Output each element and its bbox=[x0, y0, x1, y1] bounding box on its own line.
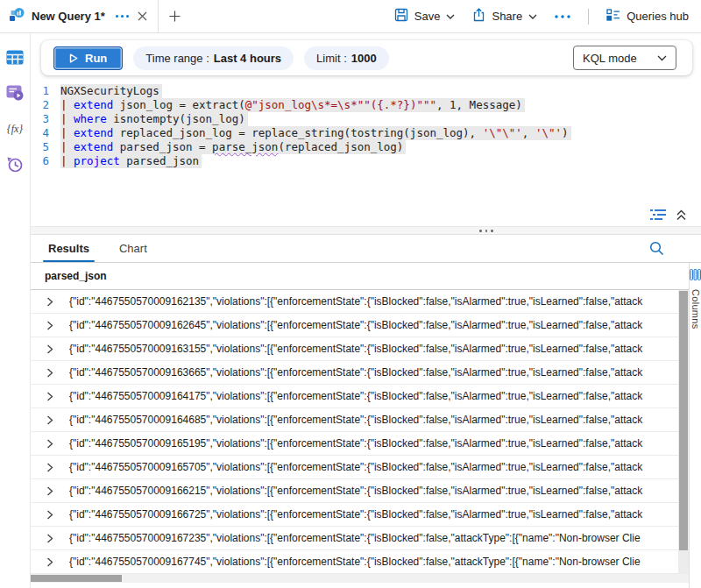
table-row[interactable]: {"id":"4467550570009162135","violations"… bbox=[31, 290, 689, 314]
code-token: parse_json bbox=[212, 140, 278, 153]
code-token: (replaced_json_log) bbox=[278, 140, 403, 153]
table-row[interactable]: {"id":"4467550570009164685","violations"… bbox=[31, 408, 689, 432]
code-line[interactable]: 2 | extend json_log = extract(@"json_log… bbox=[31, 98, 701, 112]
expand-row-icon[interactable] bbox=[31, 486, 69, 496]
code-token: parsed_json = bbox=[113, 140, 212, 153]
tab-close-icon[interactable] bbox=[138, 11, 147, 21]
line-number: 6 bbox=[31, 154, 60, 168]
expand-row-icon[interactable] bbox=[31, 463, 69, 472]
time-range-picker[interactable]: Time range : Last 4 hours bbox=[133, 46, 294, 70]
columns-panel-label: Columns bbox=[690, 289, 701, 329]
code-token: | bbox=[60, 154, 74, 167]
code-token: parsed_json bbox=[120, 154, 199, 167]
query-editor[interactable]: 1 NGXSecurityLogs 2 | extend json_log = … bbox=[31, 84, 701, 168]
topbar-divider bbox=[588, 9, 589, 25]
table-row[interactable]: {"id":"4467550570009165705","violations"… bbox=[31, 456, 689, 479]
table-row[interactable]: {"id":"4467550570009163665","violations"… bbox=[31, 361, 689, 385]
row-json-text: {"id":"4467550570009167745","violations"… bbox=[69, 556, 689, 568]
pane-splitter[interactable] bbox=[31, 226, 701, 235]
fx-label: {fx} bbox=[7, 123, 23, 136]
save-button[interactable]: Save bbox=[394, 8, 456, 25]
new-tab-button[interactable] bbox=[159, 0, 192, 32]
expand-row-icon[interactable] bbox=[31, 557, 69, 567]
tab-chart[interactable]: Chart bbox=[116, 235, 151, 262]
code-token: json_log = extract( bbox=[113, 98, 245, 111]
tab-title: New Query 1* bbox=[32, 10, 105, 23]
results-tabs: Results Chart bbox=[31, 235, 701, 263]
horizontal-scrollbar[interactable] bbox=[31, 574, 689, 583]
code-token: @"json_log\s*=\s*""({.*?})""" bbox=[245, 98, 436, 111]
columns-icon bbox=[690, 268, 701, 284]
expand-row-icon[interactable] bbox=[31, 510, 69, 520]
format-query-icon[interactable] bbox=[649, 209, 667, 221]
table-row[interactable]: {"id":"4467550570009167235","violations"… bbox=[31, 527, 689, 550]
search-icon[interactable] bbox=[649, 241, 664, 256]
row-json-text: {"id":"4467550570009162645","violations"… bbox=[69, 319, 689, 331]
query-mode-select[interactable]: KQL mode bbox=[573, 46, 676, 70]
expand-row-icon[interactable] bbox=[31, 368, 69, 378]
saved-queries-icon[interactable] bbox=[5, 83, 25, 103]
code-line[interactable]: 5 | extend parsed_json = parse_json(repl… bbox=[31, 140, 701, 154]
code-token: '\"\"' bbox=[483, 126, 522, 139]
code-text: NGXSecurityLogs bbox=[60, 84, 162, 98]
row-json-text: {"id":"4467550570009166215","violations"… bbox=[69, 485, 689, 497]
line-number: 2 bbox=[31, 98, 60, 112]
table-row[interactable]: {"id":"4467550570009163155","violations"… bbox=[31, 337, 689, 361]
code-line[interactable]: 6 | project parsed_json bbox=[31, 154, 701, 168]
table-row[interactable]: {"id":"4467550570009166215","violations"… bbox=[31, 479, 689, 503]
share-button[interactable]: Share bbox=[472, 8, 537, 25]
code-token: ) bbox=[562, 126, 569, 139]
share-icon bbox=[472, 8, 485, 25]
code-token: where bbox=[74, 112, 107, 125]
table-row[interactable]: {"id":"4467550570009165195","violations"… bbox=[31, 432, 689, 456]
run-button[interactable]: Run bbox=[53, 46, 123, 70]
vertical-scrollbar-thumb[interactable] bbox=[679, 291, 688, 550]
table-row[interactable]: {"id":"4467550570009166725","violations"… bbox=[31, 503, 689, 527]
limit-picker[interactable]: Limit : 1000 bbox=[304, 46, 389, 70]
limit-label: Limit : bbox=[316, 52, 347, 65]
queries-hub-icon bbox=[606, 8, 620, 25]
code-token: project bbox=[74, 154, 120, 167]
column-header-parsed-json[interactable]: parsed_json bbox=[31, 263, 689, 290]
code-line[interactable]: 4 | extend replaced_json_log = replace_s… bbox=[31, 126, 701, 140]
expand-row-icon[interactable] bbox=[31, 392, 69, 401]
code-token: | bbox=[60, 112, 74, 125]
expand-row-icon[interactable] bbox=[31, 344, 69, 354]
expand-row-icon[interactable] bbox=[31, 439, 69, 449]
table-row[interactable]: {"id":"4467550570009164175","violations"… bbox=[31, 385, 689, 408]
table-row[interactable]: {"id":"4467550570009162645","violations"… bbox=[31, 314, 689, 337]
horizontal-scrollbar-thumb[interactable] bbox=[31, 575, 122, 582]
collapse-panel-icon[interactable] bbox=[676, 209, 687, 221]
history-icon[interactable] bbox=[5, 155, 25, 174]
queries-hub-button[interactable]: Queries hub bbox=[606, 8, 689, 25]
expand-row-icon[interactable] bbox=[31, 321, 69, 330]
code-line[interactable]: 1 NGXSecurityLogs bbox=[31, 84, 701, 98]
query-tab[interactable]: New Query 1* bbox=[0, 0, 159, 32]
line-number: 3 bbox=[31, 112, 60, 126]
tab-more-icon[interactable] bbox=[116, 15, 129, 18]
expand-row-icon[interactable] bbox=[31, 534, 69, 543]
left-rail: {fx} bbox=[0, 33, 31, 588]
more-actions-button[interactable] bbox=[555, 15, 570, 18]
chevron-down-icon bbox=[528, 14, 537, 19]
row-json-text: {"id":"4467550570009163665","violations"… bbox=[69, 366, 689, 379]
chevron-down-icon bbox=[446, 14, 455, 19]
functions-icon[interactable]: {fx} bbox=[5, 119, 25, 138]
code-token: | bbox=[60, 126, 74, 139]
topbar: New Query 1* Save Share bbox=[0, 0, 701, 33]
tab-results[interactable]: Results bbox=[45, 235, 93, 262]
code-line[interactable]: 3 | where isnotempty(json_log) bbox=[31, 112, 701, 126]
columns-panel-toggle[interactable]: Columns bbox=[689, 263, 701, 588]
table-row[interactable]: {"id":"4467550570009167745","violations"… bbox=[31, 550, 689, 574]
grid-rows: {"id":"4467550570009162135","violations"… bbox=[31, 290, 689, 574]
queries-hub-label: Queries hub bbox=[627, 10, 689, 23]
code-token: '\"' bbox=[535, 126, 562, 139]
results-body: parsed_json {"id":"4467550570009162135",… bbox=[31, 263, 701, 588]
expand-row-icon[interactable] bbox=[31, 415, 69, 425]
connections-table-icon[interactable] bbox=[5, 47, 25, 67]
row-json-text: {"id":"4467550570009167235","violations"… bbox=[69, 532, 689, 544]
code-token: NGXSecurityLogs bbox=[60, 84, 159, 97]
splitter-handle-icon[interactable] bbox=[479, 230, 493, 232]
vertical-scrollbar[interactable] bbox=[678, 290, 689, 574]
expand-row-icon[interactable] bbox=[31, 297, 69, 307]
